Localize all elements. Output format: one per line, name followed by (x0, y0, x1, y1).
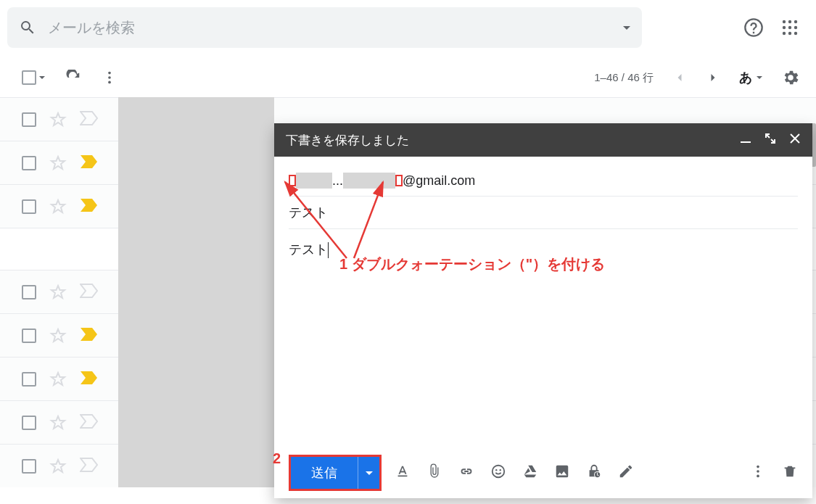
footer-right (750, 463, 798, 482)
header: メールを検索 (0, 0, 816, 55)
svg-point-9 (108, 72, 111, 75)
confidential-icon[interactable] (586, 463, 602, 482)
svg-point-4 (788, 26, 791, 29)
recipient-dots: ... (332, 173, 343, 189)
compose-header[interactable]: 下書きを保存しました (274, 123, 812, 157)
refresh-icon[interactable] (65, 70, 81, 86)
search-placeholder: メールを検索 (48, 18, 611, 38)
svg-point-11 (108, 81, 111, 84)
text-cursor (328, 242, 329, 258)
toolbar: 1–46 / 46 行 あ (0, 55, 816, 97)
compose-window: 下書きを保存しました ... @gmail.com テスト テスト 1 (274, 123, 812, 498)
drive-icon[interactable] (522, 463, 538, 482)
trash-icon[interactable] (782, 463, 798, 482)
svg-point-16 (495, 469, 497, 471)
emoji-icon[interactable] (490, 463, 506, 482)
svg-point-1 (788, 20, 791, 23)
star-icon[interactable] (49, 327, 67, 344)
recipient-redacted-1 (296, 173, 332, 189)
search-bar[interactable]: メールを検索 (7, 7, 642, 48)
pagination-range: 1–46 / 46 行 (594, 71, 654, 85)
star-icon[interactable] (49, 154, 67, 172)
select-all[interactable] (22, 70, 45, 85)
attach-icon[interactable] (426, 463, 442, 482)
important-icon[interactable] (80, 371, 99, 388)
next-page-icon[interactable] (706, 70, 720, 85)
svg-point-0 (783, 20, 786, 23)
prev-page-icon[interactable] (672, 70, 687, 85)
important-icon[interactable] (80, 327, 99, 344)
svg-point-15 (493, 466, 505, 478)
more-vert-icon[interactable] (102, 70, 118, 86)
compose-body: ... @gmail.com テスト テスト 1 ダブルクォーテーション（"）を… (274, 157, 812, 447)
star-icon[interactable] (49, 111, 67, 128)
row-checkbox[interactable] (22, 459, 36, 474)
body-text: テスト (289, 242, 328, 257)
search-options-caret-icon[interactable] (623, 26, 630, 30)
svg-point-19 (757, 466, 759, 468)
more-vert-icon[interactable] (750, 463, 766, 482)
svg-point-2 (794, 20, 797, 23)
settings-gear-icon[interactable] (781, 68, 800, 87)
send-button[interactable]: 送信 (291, 457, 358, 489)
svg-point-21 (757, 475, 759, 478)
minimize-icon[interactable] (740, 133, 751, 148)
subject-text: テスト (289, 204, 328, 221)
send-more-button[interactable] (358, 457, 379, 489)
fullscreen-icon[interactable] (765, 133, 776, 148)
header-right (743, 17, 804, 38)
link-icon[interactable] (458, 463, 474, 482)
send-group: 送信 (289, 455, 382, 491)
svg-point-20 (757, 470, 759, 473)
pen-icon[interactable] (618, 463, 634, 482)
row-checkbox[interactable] (22, 156, 36, 170)
recipient-field[interactable]: ... @gmail.com (289, 165, 798, 197)
svg-point-7 (788, 32, 791, 35)
svg-point-8 (794, 32, 797, 35)
important-icon[interactable] (80, 458, 99, 475)
send-label: 送信 (311, 464, 337, 482)
star-icon[interactable] (49, 198, 67, 215)
row-checkbox[interactable] (22, 199, 36, 214)
compose-footer: 2 送信 (274, 447, 812, 498)
recipient-redacted-2 (343, 173, 395, 189)
list-overlay (118, 97, 274, 487)
star-icon[interactable] (49, 371, 67, 388)
important-icon[interactable] (80, 154, 99, 172)
star-icon[interactable] (49, 458, 67, 475)
annotation-quote-end (395, 175, 403, 186)
caret-down-icon (366, 471, 373, 475)
svg-point-5 (794, 26, 797, 29)
body-field[interactable]: テスト (289, 229, 798, 258)
row-checkbox[interactable] (22, 416, 36, 430)
row-checkbox[interactable] (22, 112, 36, 127)
compose-title: 下書きを保存しました (286, 132, 409, 149)
input-method-label: あ (739, 69, 752, 86)
subject-field[interactable]: テスト (289, 197, 798, 229)
svg-point-10 (108, 76, 111, 79)
search-icon (19, 19, 36, 36)
select-caret-icon (39, 76, 45, 79)
row-checkbox[interactable] (22, 329, 36, 343)
row-checkbox[interactable] (22, 372, 36, 387)
annotation-quote-start (289, 175, 296, 186)
important-icon[interactable] (80, 198, 99, 215)
star-icon[interactable] (49, 414, 67, 431)
annotation-step2: 2 (273, 450, 281, 467)
important-icon[interactable] (80, 111, 99, 128)
input-method-caret-icon (757, 76, 762, 79)
svg-point-17 (500, 469, 501, 471)
help-icon[interactable] (743, 17, 764, 38)
important-icon[interactable] (80, 284, 99, 301)
format-text-icon[interactable] (395, 463, 411, 482)
close-icon[interactable] (789, 133, 801, 148)
image-icon[interactable] (554, 463, 570, 482)
input-method[interactable]: あ (739, 69, 762, 86)
row-checkbox[interactable] (22, 285, 36, 299)
star-icon[interactable] (49, 284, 67, 301)
apps-grid-icon[interactable] (781, 19, 799, 36)
format-toolbar (395, 463, 634, 482)
svg-point-3 (783, 26, 786, 29)
important-icon[interactable] (80, 414, 99, 431)
toolbar-right: 1–46 / 46 行 あ (594, 68, 800, 87)
